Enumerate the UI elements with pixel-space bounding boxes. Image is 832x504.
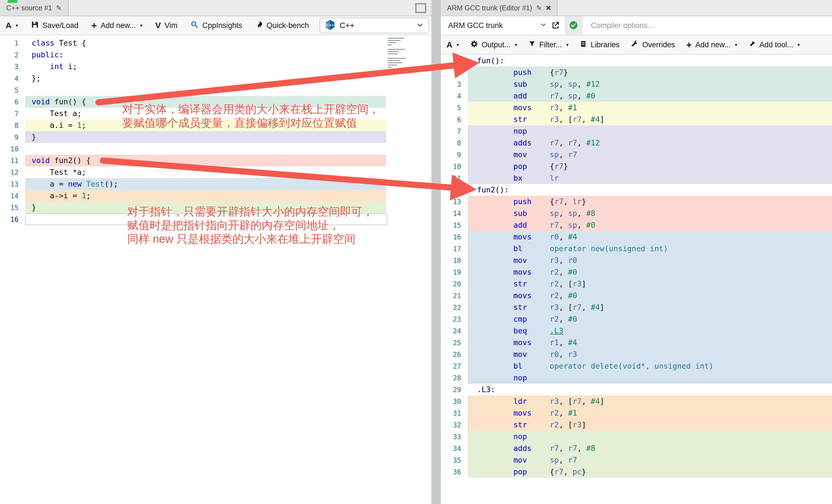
asm-line[interactable]: 7 nop xyxy=(441,125,832,137)
source-line[interactable]: 5 xyxy=(0,84,432,96)
source-line[interactable]: 13 a = new Test(); xyxy=(0,178,432,190)
rename-pencil-icon[interactable]: ✎ xyxy=(56,4,62,12)
asm-line[interactable]: 33 nop xyxy=(441,431,832,443)
asm-line[interactable]: 21 movs r2, #0 xyxy=(441,290,832,301)
asm-line[interactable]: 20 str r2, [r3] xyxy=(441,278,832,290)
asm-line[interactable]: 14 sub sp, sp, #8 xyxy=(441,208,832,219)
code-text: ldr r3, [r7, #4] xyxy=(477,397,604,406)
asm-line[interactable]: 4 add r7, sp, #0 xyxy=(441,90,832,102)
code-text: adds r7, r7, #12 xyxy=(477,138,600,148)
asm-line[interactable]: 3 sub sp, sp, #12 xyxy=(441,78,832,90)
asm-line[interactable]: 27 bl operator delete(void*, unsigned in… xyxy=(441,360,832,372)
editor-minimap[interactable] xyxy=(388,38,418,74)
minimap-line xyxy=(388,58,406,59)
asm-line[interactable]: 10 pop {r7} xyxy=(441,161,832,172)
asm-line[interactable]: 28 nop xyxy=(441,372,832,384)
source-line[interactable]: 16 xyxy=(0,213,432,225)
asm-line[interactable]: 16 movs r0, #4 xyxy=(441,231,832,243)
source-line[interactable]: 8 a.i = 1; xyxy=(0,120,432,131)
source-line[interactable]: 11void fun2() { xyxy=(0,155,432,166)
asm-line[interactable]: 34 adds r7, r7, #8 xyxy=(441,443,832,454)
source-line[interactable]: 14 a->i = 1; xyxy=(0,190,432,202)
rename-pencil-icon[interactable]: ✎ xyxy=(536,4,542,12)
line-highlight xyxy=(25,61,386,73)
maximize-icon[interactable] xyxy=(415,3,426,13)
source-line[interactable]: 3 int i; xyxy=(0,61,432,73)
asm-line[interactable]: 26 mov r0, r3 xyxy=(441,348,832,360)
compiler-row: ARM GCC trunk xyxy=(441,16,832,35)
asm-line[interactable]: 17 bl operator new(unsigned int) xyxy=(441,243,832,255)
quickbench-button[interactable]: Quick-bench xyxy=(255,20,309,31)
save-load-button[interactable]: Save/Load xyxy=(31,21,79,30)
source-line[interactable]: 2public: xyxy=(0,49,432,61)
libraries-button[interactable]: Libraries xyxy=(580,40,620,50)
add-new-button[interactable]: + Add new... ▾ xyxy=(92,21,143,30)
overrides-button[interactable]: Overrides xyxy=(631,40,675,50)
plus-icon: + xyxy=(686,40,692,50)
asm-line[interactable]: 18 mov r3, r0 xyxy=(441,255,832,266)
asm-line[interactable]: 24 beq .L3 xyxy=(441,325,832,337)
source-line[interactable]: 1class Test { xyxy=(0,37,432,49)
line-number: 31 xyxy=(441,409,461,417)
asm-line[interactable]: 1fun(): xyxy=(441,55,832,67)
add-tool-button[interactable]: Add tool... ▾ xyxy=(748,40,800,50)
asm-line[interactable]: 9 mov sp, r7 xyxy=(441,149,832,161)
asm-line[interactable]: 23 cmp r2, #0 xyxy=(441,313,832,325)
line-number: 34 xyxy=(441,445,461,453)
asm-line[interactable]: 25 movs r1, #4 xyxy=(441,337,832,348)
asm-line[interactable]: 30 ldr r3, [r7, #4] xyxy=(441,396,832,407)
filter-button[interactable]: Filter... ▾ xyxy=(528,40,569,50)
asm-line[interactable]: 36 pop {r7, pc} xyxy=(441,466,832,478)
source-line[interactable]: 6void fun() { xyxy=(0,96,432,108)
language-selector[interactable]: C++ C++ xyxy=(319,18,429,33)
line-number: 10 xyxy=(0,145,19,153)
code-text: a.i = 1; xyxy=(32,121,86,130)
source-line[interactable]: 4}; xyxy=(0,73,432,84)
asm-line[interactable]: 8 adds r7, r7, #12 xyxy=(441,137,832,149)
code-text: }; xyxy=(32,74,41,83)
asm-line[interactable]: 2 push {r7} xyxy=(441,67,832,78)
minimap-line xyxy=(388,49,405,50)
asm-line[interactable]: 29.L3: xyxy=(441,384,832,396)
source-line[interactable]: 12 Test *a; xyxy=(0,166,432,178)
code-text: mov r0, r3 xyxy=(477,350,577,359)
code-text: bx lr xyxy=(477,174,559,183)
output-button[interactable]: Output... ▾ xyxy=(470,40,517,50)
asm-line[interactable]: 19 movs r2, #0 xyxy=(441,266,832,278)
cpp-logo-icon: C++ xyxy=(325,19,335,32)
asm-line[interactable]: 32 str r2, [r3] xyxy=(441,419,832,431)
line-number: 15 xyxy=(441,221,461,229)
asm-line[interactable]: 22 str r3, [r7, #4] xyxy=(441,301,832,313)
asm-line[interactable]: 35 mov sp, r7 xyxy=(441,454,832,466)
source-line[interactable]: 9} xyxy=(0,131,432,143)
vim-toggle-button[interactable]: V Vim xyxy=(155,21,177,30)
source-editor-pane: C++ source #1 ✎ A ▾ Save/Load + Add new.… xyxy=(0,0,432,504)
pane-splitter[interactable] xyxy=(432,0,441,504)
asm-line[interactable]: 31 movs r2, #1 xyxy=(441,407,832,419)
asm-line[interactable]: 5 movs r3, #1 xyxy=(441,102,832,113)
font-size-button[interactable]: A ▾ xyxy=(446,40,459,50)
font-size-button[interactable]: A ▾ xyxy=(6,21,18,30)
asm-line[interactable]: 6 str r3, [r7, #4] xyxy=(441,113,832,125)
asm-line[interactable]: 12fun2(): xyxy=(441,184,832,196)
add-new-button[interactable]: + Add new... ▾ xyxy=(686,40,737,50)
line-number: 24 xyxy=(441,327,461,335)
line-number: 13 xyxy=(0,180,19,188)
open-in-new-window-button[interactable] xyxy=(547,16,565,35)
code-text: Test *a; xyxy=(32,168,86,177)
source-line[interactable]: 15} xyxy=(0,202,432,213)
compiler-options-input[interactable] xyxy=(582,16,832,35)
tab-compiler[interactable]: ARM GCC trunk (Editor #1) ✎ × xyxy=(441,0,557,16)
source-line[interactable]: 10 xyxy=(0,143,432,155)
asm-line[interactable]: 11 bx lr xyxy=(441,172,832,184)
cppinsights-button[interactable]: ++ CppInsights xyxy=(190,20,242,31)
close-icon[interactable]: × xyxy=(546,4,551,12)
compiler-toolbar: A ▾ Output... ▾ Filter... ▾ Libraries Ov… xyxy=(441,35,832,55)
compiler-select[interactable]: ARM GCC trunk xyxy=(441,16,547,35)
code-text: cmp r2, #0 xyxy=(477,315,577,324)
code-text: fun(): xyxy=(477,56,504,65)
source-line[interactable]: 7 Test a; xyxy=(0,108,432,120)
asm-line[interactable]: 13 push {r7, lr} xyxy=(441,196,832,208)
asm-line[interactable]: 15 add r7, sp, #0 xyxy=(441,219,832,231)
chevron-down-icon: ▾ xyxy=(515,42,517,48)
